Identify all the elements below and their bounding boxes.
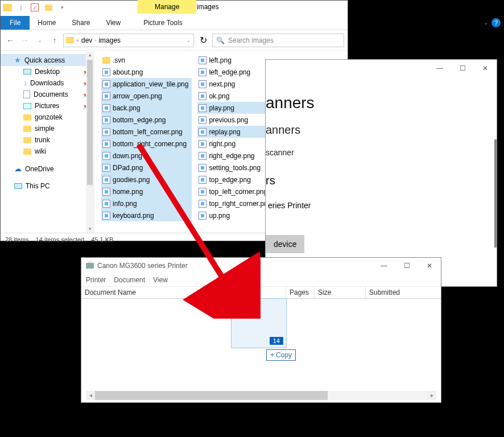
file-item[interactable]: left.png <box>197 54 275 66</box>
add-scanner-link[interactable]: scanner <box>266 148 491 157</box>
sidebar-item-label: Pictures <box>35 102 59 110</box>
file-item[interactable]: play.png <box>197 102 275 114</box>
scrollbar-left-icon[interactable]: ◂ <box>86 391 95 400</box>
scrollbar-down-icon[interactable]: ▾ <box>86 226 94 233</box>
minimize-button[interactable]: — <box>428 60 451 77</box>
address-bar[interactable]: « dev › images ⌄ <box>63 34 194 47</box>
column-submitted[interactable]: Submitted <box>366 287 428 298</box>
scrollbar-thumb[interactable] <box>87 60 93 185</box>
forward-button[interactable]: → <box>19 34 31 47</box>
sidebar-scrollbar[interactable]: ▴ ▾ <box>86 52 94 233</box>
menu-document[interactable]: Document <box>114 276 145 284</box>
maximize-button[interactable]: ☐ <box>458 0 481 14</box>
ribbon-collapse-icon[interactable]: ⌄ <box>484 19 488 26</box>
image-file-icon <box>199 128 206 136</box>
up-button[interactable]: ↑ <box>48 34 61 47</box>
file-name: top_right_corner.png <box>209 200 271 208</box>
column-owner[interactable]: Owner <box>233 287 286 298</box>
file-item[interactable]: info.png <box>101 197 192 209</box>
file-item[interactable]: setting_tools.png <box>197 162 275 174</box>
new-folder-icon[interactable] <box>43 2 54 13</box>
image-file-icon <box>102 80 110 88</box>
sidebar-item-desktop[interactable]: Desktop📌 <box>1 66 94 77</box>
minimize-button[interactable]: — <box>373 258 395 274</box>
file-item[interactable]: left_edge.png <box>197 66 275 78</box>
status-size: 45.1 KB <box>91 236 113 243</box>
file-item[interactable]: right.png <box>197 138 275 150</box>
file-item[interactable]: ok.png <box>197 90 275 102</box>
file-item[interactable]: up.png <box>197 209 275 221</box>
breadcrumb-segment[interactable]: images <box>98 36 121 44</box>
breadcrumb-overflow-icon[interactable]: « <box>76 38 79 43</box>
sidebar-item-downloads[interactable]: ↓Downloads📌 <box>1 77 94 89</box>
refresh-button[interactable]: ↻ <box>196 34 210 47</box>
sidebar-item-folder[interactable]: simple <box>1 123 94 134</box>
column-status[interactable]: St <box>197 287 233 298</box>
file-item[interactable]: goodies.png <box>101 174 192 185</box>
file-item[interactable]: .svn <box>101 54 192 66</box>
qat-dropdown-icon[interactable]: ▾ <box>56 2 68 13</box>
file-item[interactable]: bottom_edge.png <box>101 114 192 126</box>
tab-picture-tools[interactable]: Picture Tools <box>135 16 190 30</box>
sidebar-item-this-pc[interactable]: This PC <box>1 180 94 192</box>
file-item[interactable]: about.png <box>101 66 192 78</box>
file-item[interactable]: application_view_tile.png <box>101 78 192 90</box>
scrollbar-up-icon[interactable]: ▴ <box>86 52 94 60</box>
sidebar-item-documents[interactable]: Documents📌 <box>1 89 94 100</box>
maximize-button[interactable]: ☐ <box>395 258 418 274</box>
file-item[interactable]: keyboard.png <box>101 209 192 221</box>
scrollbar-thumb[interactable] <box>95 391 328 400</box>
column-document-name[interactable]: Document Name <box>81 287 197 298</box>
file-item[interactable]: replay.png <box>197 126 275 138</box>
file-item[interactable]: top_edge.png <box>197 174 275 185</box>
address-dropdown-icon[interactable]: ⌄ <box>187 38 191 43</box>
close-button[interactable]: ✕ <box>474 60 497 77</box>
properties-checkbox-icon[interactable]: ✓ <box>29 2 40 13</box>
sidebar-item-folder[interactable]: gonzotek <box>1 112 94 123</box>
queue-titlebar[interactable]: Canon MG3600 series Printer — ☐ ✕ <box>81 258 441 274</box>
tab-share[interactable]: Share <box>64 16 98 30</box>
sidebar-item-pictures[interactable]: Pictures📌 <box>1 100 94 112</box>
settings-scrollbar[interactable] <box>494 139 497 248</box>
file-item[interactable]: down.png <box>101 150 192 162</box>
file-item[interactable]: bottom_left_corner.png <box>101 126 192 138</box>
breadcrumb-segment[interactable]: dev <box>81 36 92 44</box>
device-button[interactable]: device <box>266 235 304 253</box>
printer-list-item[interactable]: eries Printer <box>266 193 491 218</box>
sidebar-item-folder[interactable]: trunk <box>1 134 94 146</box>
sidebar-item-quick-access[interactable]: ★ Quick access <box>1 54 94 66</box>
sidebar-item-onedrive[interactable]: ☁OneDrive <box>1 163 94 175</box>
column-pages[interactable]: Pages <box>286 287 315 298</box>
file-item[interactable]: next.png <box>197 78 275 90</box>
menu-printer[interactable]: Printer <box>86 276 106 284</box>
column-size[interactable]: Size <box>315 287 366 298</box>
file-item[interactable]: top_left_corner.png <box>197 185 275 197</box>
maximize-button[interactable]: ☐ <box>451 60 474 77</box>
scrollbar-right-icon[interactable]: ▸ <box>427 391 436 400</box>
help-icon[interactable]: ? <box>491 18 501 27</box>
back-button[interactable]: ← <box>4 34 16 47</box>
tab-file[interactable]: File <box>1 16 30 30</box>
file-item[interactable]: bottom_right_corner.png <box>101 138 192 150</box>
tab-home[interactable]: Home <box>30 16 64 30</box>
minimize-button[interactable]: — <box>436 0 458 14</box>
file-item[interactable]: previous.png <box>197 114 275 126</box>
file-item[interactable]: DPad.png <box>101 162 192 174</box>
menu-view[interactable]: View <box>153 276 168 284</box>
queue-horizontal-scrollbar[interactable]: ◂ ▸ <box>86 391 436 400</box>
file-item[interactable]: arrow_open.png <box>101 90 192 102</box>
file-item[interactable]: right_edge.png <box>197 150 275 162</box>
close-button[interactable]: ✕ <box>418 258 441 274</box>
explorer-titlebar[interactable]: | ✓ ▾ Manage images — ☐ ✕ <box>1 1 348 14</box>
tab-view[interactable]: View <box>98 16 129 30</box>
close-button[interactable]: ✕ <box>481 0 504 14</box>
queue-column-headers: Document Name St Owner Pages Size Submit… <box>81 286 441 299</box>
manage-tab[interactable]: Manage <box>138 0 196 14</box>
search-input[interactable]: 🔍 Search images <box>212 34 344 47</box>
file-item[interactable]: back.png <box>101 102 192 114</box>
file-item[interactable]: top_right_corner.png <box>197 197 275 209</box>
history-dropdown-icon[interactable]: ⌄ <box>34 34 46 47</box>
sidebar-item-folder[interactable]: wiki <box>1 146 94 157</box>
file-item[interactable]: home.png <box>101 185 192 197</box>
sidebar-item-label: wiki <box>35 147 46 155</box>
